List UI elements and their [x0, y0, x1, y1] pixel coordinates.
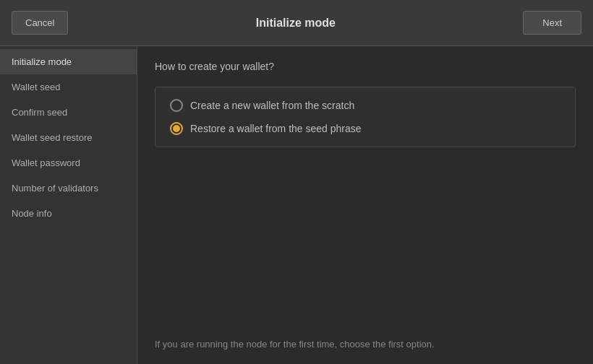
app-container: Cancel Initialize mode Next Initialize m…	[0, 0, 593, 364]
radio-circle-restore-seed	[170, 122, 183, 135]
sidebar-item-wallet-seed-restore[interactable]: Wallet seed restore	[0, 125, 137, 150]
sidebar-item-wallet-password[interactable]: Wallet password	[0, 150, 137, 176]
sidebar-item-confirm-seed[interactable]: Confirm seed	[0, 100, 137, 125]
sidebar-item-label: Wallet seed	[12, 82, 60, 92]
footer-note: If you are running the node for the firs…	[155, 339, 576, 350]
sidebar-item-label: Wallet password	[12, 157, 80, 168]
sidebar-item-label: Initialize mode	[12, 56, 72, 67]
radio-label-restore-seed: Restore a wallet from the seed phrase	[190, 123, 362, 134]
radio-option-restore-seed[interactable]: Restore a wallet from the seed phrase	[170, 122, 560, 135]
content-question: How to create your wallet?	[155, 61, 576, 72]
radio-circle-create-new	[170, 99, 183, 112]
content-area: How to create your wallet? Create a new …	[137, 46, 593, 364]
header-title: Initialize mode	[68, 17, 523, 30]
sidebar: Initialize mode Wallet seed Confirm seed…	[0, 46, 137, 364]
cancel-button[interactable]: Cancel	[12, 11, 68, 35]
radio-group: Create a new wallet from the scratch Res…	[155, 87, 576, 147]
sidebar-item-label: Number of validators	[12, 183, 98, 194]
sidebar-item-initialize-mode[interactable]: Initialize mode	[0, 49, 137, 74]
sidebar-item-node-info[interactable]: Node info	[0, 201, 137, 226]
sidebar-item-wallet-seed[interactable]: Wallet seed	[0, 74, 137, 100]
sidebar-item-label: Confirm seed	[12, 107, 67, 118]
sidebar-item-number-of-validators[interactable]: Number of validators	[0, 176, 137, 201]
sidebar-item-label: Wallet seed restore	[12, 132, 93, 143]
header: Cancel Initialize mode Next	[0, 0, 593, 46]
radio-label-create-new: Create a new wallet from the scratch	[190, 100, 354, 111]
next-button[interactable]: Next	[523, 11, 581, 35]
main-content: Initialize mode Wallet seed Confirm seed…	[0, 46, 593, 364]
radio-option-create-new[interactable]: Create a new wallet from the scratch	[170, 99, 560, 112]
sidebar-item-label: Node info	[12, 208, 52, 219]
